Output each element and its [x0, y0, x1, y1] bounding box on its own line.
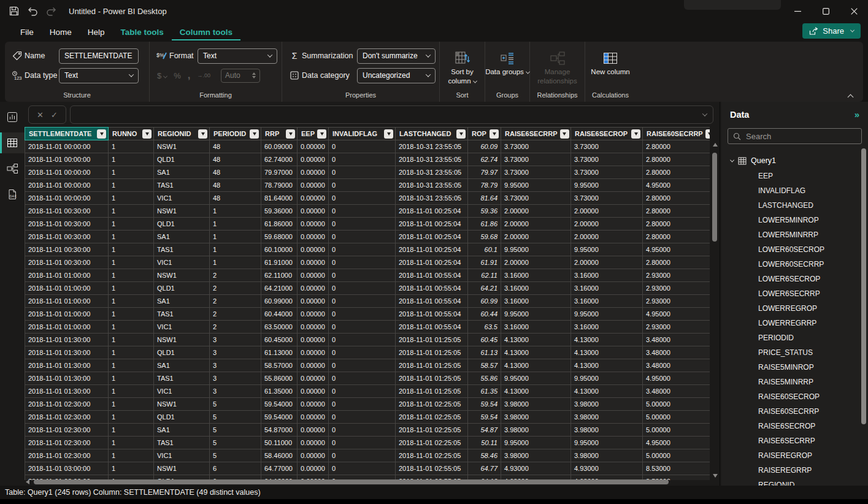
datatype-select[interactable]: Text	[59, 68, 139, 83]
undo-icon[interactable]	[23, 3, 42, 19]
nav-table-view[interactable]	[0, 132, 25, 153]
table-cell[interactable]: 2018-11-01 00:00:00	[25, 192, 109, 205]
field-item-lower60secrrp[interactable]: LOWER60SECRRP	[721, 257, 868, 272]
table-cell[interactable]: 0	[329, 346, 396, 359]
table-cell[interactable]: 1	[109, 359, 154, 372]
table-cell[interactable]: 55.86	[468, 372, 501, 385]
table-cell[interactable]: 1	[109, 140, 154, 153]
table-cell[interactable]: 9.95000	[501, 243, 571, 256]
table-cell[interactable]: 2	[210, 295, 261, 308]
table-cell[interactable]: 59.54	[468, 398, 501, 411]
table-cell[interactable]: 62.74	[468, 153, 501, 166]
table-cell[interactable]: 60.09000	[261, 140, 298, 153]
table-cell[interactable]: 2.00000	[501, 218, 571, 231]
table-cell[interactable]: 2018-11-01 00:55:04	[396, 282, 468, 295]
table-cell[interactable]: NSW1	[154, 462, 210, 475]
table-cell[interactable]: 2018-11-01 01:00:00	[25, 308, 109, 321]
table-cell[interactable]: 61.91000	[261, 256, 298, 269]
table-cell[interactable]: 0.00000	[298, 424, 329, 437]
table-cell[interactable]: 4.13000	[571, 346, 643, 359]
table-cell[interactable]: 0.00000	[298, 385, 329, 398]
table-cell[interactable]: 0	[329, 218, 396, 231]
table-cell[interactable]: NSW1	[154, 205, 210, 218]
table-cell[interactable]: 2018-11-01 01:30:00	[25, 372, 109, 385]
column-filter-dropdown-icon[interactable]	[456, 129, 466, 139]
table-cell[interactable]: 58.57000	[261, 359, 298, 372]
table-cell[interactable]: 2018-11-01 02:25:05	[396, 437, 468, 449]
field-item-lower5minrop[interactable]: LOWER5MINROP	[721, 213, 868, 227]
table-cell[interactable]: 81.64000	[261, 192, 298, 205]
table-cell[interactable]: 0	[329, 334, 396, 346]
table-cell[interactable]: 3.16000	[501, 295, 571, 308]
table-cell[interactable]: 61.86000	[261, 218, 298, 231]
scroll-left-icon[interactable]	[26, 479, 29, 484]
menu-column-tools[interactable]: Column tools	[172, 24, 240, 40]
table-cell[interactable]: 2018-11-01 03:00:00	[25, 462, 109, 475]
table-cell[interactable]: 0	[329, 231, 396, 243]
table-cell[interactable]: NSW1	[154, 334, 210, 346]
field-item-raise5minrop[interactable]: RAISE5MINROP	[721, 360, 868, 375]
table-cell[interactable]: 9.95000	[571, 372, 643, 385]
table-cell[interactable]: 61.13	[468, 346, 501, 359]
table-cell[interactable]: 0.00000	[298, 282, 329, 295]
field-item-lowerregrrp[interactable]: LOWERREGRRP	[721, 316, 868, 330]
table-cell[interactable]: 0.00000	[298, 449, 329, 462]
table-cell[interactable]: 48	[210, 166, 261, 179]
table-cell[interactable]: 0.00000	[298, 308, 329, 321]
table-cell[interactable]: 2018-11-01 00:00:00	[25, 153, 109, 166]
table-cell[interactable]: QLD1	[154, 411, 210, 424]
table-cell[interactable]: 0.00000	[298, 334, 329, 346]
table-cell[interactable]: 1	[109, 449, 154, 462]
column-header-invalidflag[interactable]: INVALIDFLAG	[329, 127, 396, 140]
table-cell[interactable]: 55.86000	[261, 372, 298, 385]
table-cell[interactable]: 3.73000	[571, 192, 643, 205]
summarization-select[interactable]: Don't summarize	[357, 48, 436, 64]
column-filter-dropdown-icon[interactable]	[560, 129, 569, 139]
table-cell[interactable]: 81.64	[468, 192, 501, 205]
percent-icon[interactable]: %	[174, 71, 181, 80]
table-cell[interactable]: 1	[109, 269, 154, 282]
nav-model-view[interactable]	[0, 158, 25, 179]
close-button[interactable]	[840, 0, 868, 22]
table-cell[interactable]: 2.80000	[643, 166, 710, 179]
table-cell[interactable]: 0	[329, 179, 396, 192]
table-cell[interactable]: 78.79000	[261, 179, 298, 192]
table-cell[interactable]: 60.10000	[261, 243, 298, 256]
table-cell[interactable]: 3	[210, 385, 261, 398]
table-cell[interactable]: 60.1	[468, 243, 501, 256]
table-cell[interactable]: 50.11000	[261, 437, 298, 449]
table-cell[interactable]: 2.00000	[571, 256, 643, 269]
table-cell[interactable]: 2018-11-01 01:30:00	[25, 359, 109, 372]
table-cell[interactable]: 3.73000	[501, 192, 571, 205]
field-item-price_status[interactable]: PRICE_STATUS	[721, 345, 868, 360]
table-cell[interactable]: 0.00000	[298, 205, 329, 218]
table-cell[interactable]: 2018-11-01 01:25:05	[396, 385, 468, 398]
table-cell[interactable]: 2.80000	[643, 218, 710, 231]
table-cell[interactable]: 2018-11-01 02:25:05	[396, 411, 468, 424]
table-cell[interactable]: 2018-11-01 00:25:04	[396, 205, 468, 218]
table-cell[interactable]: 4.13000	[501, 346, 571, 359]
table-cell[interactable]: 2018-11-01 01:00:00	[25, 295, 109, 308]
table-cell[interactable]: 60.09	[468, 140, 501, 153]
table-cell[interactable]: 59.54000	[261, 411, 298, 424]
table-cell[interactable]: 2018-10-31 23:55:05	[396, 140, 468, 153]
table-cell[interactable]: 5	[210, 449, 261, 462]
table-cell[interactable]: 1	[109, 346, 154, 359]
data-category-select[interactable]: Uncategorized	[357, 68, 436, 83]
table-cell[interactable]: 2.00000	[571, 218, 643, 231]
share-button[interactable]: Share	[802, 23, 861, 39]
table-cell[interactable]: 0	[329, 205, 396, 218]
column-filter-dropdown-icon[interactable]	[317, 129, 326, 139]
table-cell[interactable]: 4.93000	[501, 462, 571, 475]
table-cell[interactable]: 4.95000	[643, 243, 710, 256]
table-cell[interactable]: 3.16000	[501, 282, 571, 295]
data-groups-button[interactable]: Data groups	[485, 48, 529, 77]
table-cell[interactable]: 54.87000	[261, 424, 298, 437]
field-item-lower6secrop[interactable]: LOWER6SECROP	[721, 272, 868, 286]
table-cell[interactable]: 5.00000	[643, 411, 710, 424]
table-cell[interactable]: 3.73000	[501, 153, 571, 166]
table-cell[interactable]: 61.35	[468, 385, 501, 398]
column-header-regionid[interactable]: REGIONID	[154, 127, 210, 140]
scroll-down-icon[interactable]	[713, 474, 718, 478]
formula-accept-icon[interactable]: ✓	[51, 110, 58, 120]
